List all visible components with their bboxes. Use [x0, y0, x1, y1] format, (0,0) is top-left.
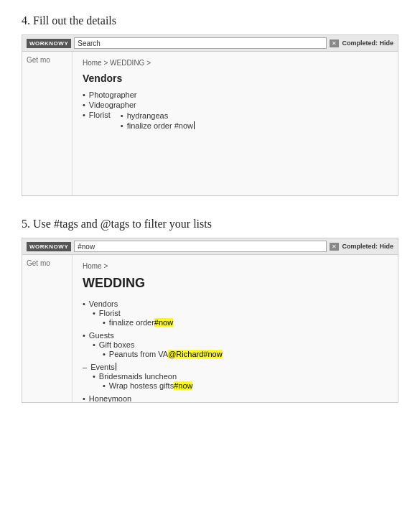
at-tag: @Richard [168, 350, 203, 358]
sub-list: hydrangeas finalize order #now [121, 111, 195, 131]
item-label: Bridesmaids luncheon [99, 372, 177, 381]
wedding-list: Vendors Florist finalize order #now [83, 298, 388, 403]
item-label: Vendors [89, 299, 118, 308]
breadcrumb-1: Home > WEDDING > [83, 59, 388, 67]
level3-list: Peanuts from VA @Richard #now [103, 349, 223, 359]
browser-content-1: Get mo Home > WEDDING > Vendors Photogra… [22, 52, 398, 195]
search-clear-1[interactable]: ✕ [330, 39, 339, 47]
text-cursor [194, 121, 195, 129]
search-text-1: Search [78, 39, 101, 47]
list-row: Guests [83, 331, 114, 340]
list-row: Gift boxes [93, 340, 134, 349]
completed-label-1[interactable]: Completed: Hide [342, 39, 393, 47]
browser-toolbar-1: WORKNOWY Search ✕ Completed: Hide [22, 35, 398, 52]
list-item: Wrap hostess gifts #now [103, 381, 192, 391]
browser-frame-1: WORKNOWY Search ✕ Completed: Hide Get mo… [22, 34, 398, 196]
hash-tag: #now [174, 381, 192, 390]
list-item-vendors: Vendors Florist finalize order #now [83, 298, 388, 330]
completed-label-2[interactable]: Completed: Hide [342, 243, 393, 250]
section1-title: 4. Fill out the details [22, 14, 398, 27]
level3-list: finalize order #now [103, 317, 173, 327]
browser-sidebar-2: Get mo [22, 255, 73, 403]
item-label: Florist [99, 309, 121, 317]
browser-content-2: Get mo Home > WEDDING Vendors Florist fi… [22, 255, 398, 403]
search-bar-2[interactable]: #now [74, 241, 327, 252]
list-item-florist: Florist finalize order #now [93, 308, 173, 328]
list-item-honeymoon: Honeymoon [83, 393, 388, 403]
app-logo-1: WORKNOWY [27, 39, 71, 48]
list-row: Vendors [83, 299, 118, 308]
browser-frame-2: WORKNOWY #now ✕ Completed: Hide Get mo H… [22, 238, 398, 403]
level2-list: Gift boxes Peanuts from VA @Richard #now [93, 340, 223, 360]
section2-title: 5. Use #tags and @tags to filter your li… [22, 218, 398, 231]
item-text: Peanuts from VA [109, 350, 168, 358]
hash-tag: #now [203, 350, 222, 358]
page-heading-1: Vendors [83, 73, 388, 84]
sub-list-item: hydrangeas [121, 111, 195, 121]
list-row: Bridesmaids luncheon [93, 372, 177, 381]
sidebar-text-1: Get mo [27, 56, 50, 64]
list-item: Peanuts from VA @Richard #now [103, 349, 223, 359]
list-row: Florist [93, 309, 121, 317]
item-label: Honeymoon [89, 394, 131, 403]
vendor-list: Photographer Videographer Florist hydran… [83, 90, 388, 131]
app-logo-2: WORKNOWY [27, 242, 71, 251]
breadcrumb-2: Home > [83, 262, 388, 270]
item-label: Gift boxes [99, 340, 135, 349]
list-item-luncheon: Bridesmaids luncheon Wrap hostess gifts … [93, 371, 192, 391]
level3-list: Wrap hostess gifts #now [103, 381, 192, 391]
text-cursor [116, 363, 116, 371]
hash-tag: #now [154, 318, 173, 327]
item-label: Guests [89, 331, 114, 340]
level2-list: Bridesmaids luncheon Wrap hostess gifts … [93, 371, 192, 391]
browser-main-1: Home > WEDDING > Vendors Photographer Vi… [73, 52, 398, 195]
list-item-events: Events Bridesmaids luncheon Wrap hostess… [83, 361, 388, 393]
list-item: Videographer [83, 100, 388, 110]
list-row: Events [83, 363, 116, 371]
browser-main-2: Home > WEDDING Vendors Florist finalize … [73, 255, 398, 403]
level2-list: Florist finalize order #now [93, 308, 173, 328]
search-clear-2[interactable]: ✕ [330, 243, 339, 251]
list-item: finalize order #now [103, 317, 173, 327]
list-item-guests: Guests Gift boxes Peanuts from VA @Richa… [83, 330, 388, 361]
item-text: finalize order [109, 318, 154, 327]
search-bar-1[interactable]: Search [74, 37, 327, 49]
item-text: Wrap hostess gifts [109, 381, 174, 390]
sidebar-text-2: Get mo [27, 259, 50, 267]
item-label: Events [90, 363, 115, 371]
wedding-heading: WEDDING [83, 276, 388, 291]
list-item-giftboxes: Gift boxes Peanuts from VA @Richard #now [93, 340, 223, 360]
list-row: Honeymoon [83, 394, 131, 403]
browser-toolbar-2: WORKNOWY #now ✕ Completed: Hide [22, 238, 398, 255]
search-text-2: #now [78, 243, 95, 251]
list-item: Photographer [83, 90, 388, 100]
browser-sidebar-1: Get mo [22, 52, 73, 195]
list-item: Florist hydrangeas finalize order #now [83, 110, 388, 131]
sub-list-item: finalize order #now [121, 121, 195, 131]
